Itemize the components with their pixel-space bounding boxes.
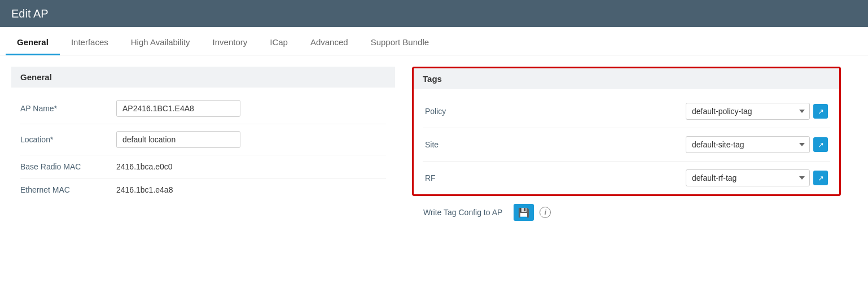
tab-support-bundle[interactable]: Support Bundle [360,30,440,55]
info-icon: i [540,207,551,218]
location-row: Location* [11,124,395,155]
base-radio-mac-value: 2416.1bca.e0c0 [116,162,173,171]
tab-inventory[interactable]: Inventory [201,30,259,55]
ethernet-mac-label: Ethernet MAC [20,185,105,194]
write-tag-row: Write Tag Config to AP 💾 i [412,196,841,229]
tags-panel: Tags Policy default-policy-tag policy-ta… [412,67,841,196]
site-tag-select-wrapper: default-site-tag site-tag-1 site-tag-2 ↗ [686,136,828,153]
tab-interfaces[interactable]: Interfaces [60,30,120,55]
rf-tag-external-link-button[interactable]: ↗ [813,171,828,185]
external-link-icon: ↗ [818,174,824,182]
policy-tag-select-wrapper: default-policy-tag policy-tag-1 policy-t… [686,103,828,120]
tab-icap[interactable]: ICap [258,30,299,55]
save-icon: 💾 [518,207,529,218]
ethernet-mac-row: Ethernet MAC 2416.1bc1.e4a8 [11,178,395,201]
base-radio-mac-row: Base Radio MAC 2416.1bca.e0c0 [11,155,395,178]
tab-general[interactable]: General [6,30,60,55]
ethernet-mac-value: 2416.1bc1.e4a8 [116,185,173,194]
tab-bar: General Interfaces High Availability Inv… [0,27,868,55]
tab-high-availability[interactable]: High Availability [120,30,201,55]
title-bar: Edit AP [0,0,868,27]
write-tag-label: Write Tag Config to AP [423,208,502,217]
base-radio-mac-label: Base Radio MAC [20,162,105,171]
location-input[interactable] [116,131,240,148]
external-link-icon: ↗ [818,107,824,116]
rf-tag-row: RF default-rf-tag rf-tag-1 rf-tag-2 ↗ [414,162,839,194]
ap-name-row: AP Name* [11,93,395,124]
tags-panel-container: Tags Policy default-policy-tag policy-ta… [412,67,841,229]
site-tag-row: Site default-site-tag site-tag-1 site-ta… [414,128,839,161]
site-tag-select[interactable]: default-site-tag site-tag-1 site-tag-2 [686,136,810,153]
main-content: General AP Name* Location* Base Radio MA… [0,55,868,240]
tab-advanced[interactable]: Advanced [299,30,360,55]
general-section-header: General [11,67,395,88]
site-tag-external-link-button[interactable]: ↗ [813,137,828,152]
page-title: Edit AP [11,7,49,20]
policy-tag-row: Policy default-policy-tag policy-tag-1 p… [414,95,839,128]
ap-name-input[interactable] [116,100,240,117]
write-tag-save-button[interactable]: 💾 [514,204,534,221]
general-panel: General AP Name* Location* Base Radio MA… [11,67,395,229]
ap-name-label: AP Name* [20,104,105,113]
policy-tag-external-link-button[interactable]: ↗ [813,104,828,119]
policy-tag-select[interactable]: default-policy-tag policy-tag-1 policy-t… [686,103,810,120]
site-tag-label: Site [425,140,459,149]
policy-tag-label: Policy [425,107,459,116]
rf-tag-label: RF [425,173,459,182]
location-label: Location* [20,135,105,144]
tags-section-header: Tags [414,68,839,89]
external-link-icon: ↗ [818,141,824,149]
rf-tag-select-wrapper: default-rf-tag rf-tag-1 rf-tag-2 ↗ [686,169,828,186]
rf-tag-select[interactable]: default-rf-tag rf-tag-1 rf-tag-2 [686,169,810,186]
